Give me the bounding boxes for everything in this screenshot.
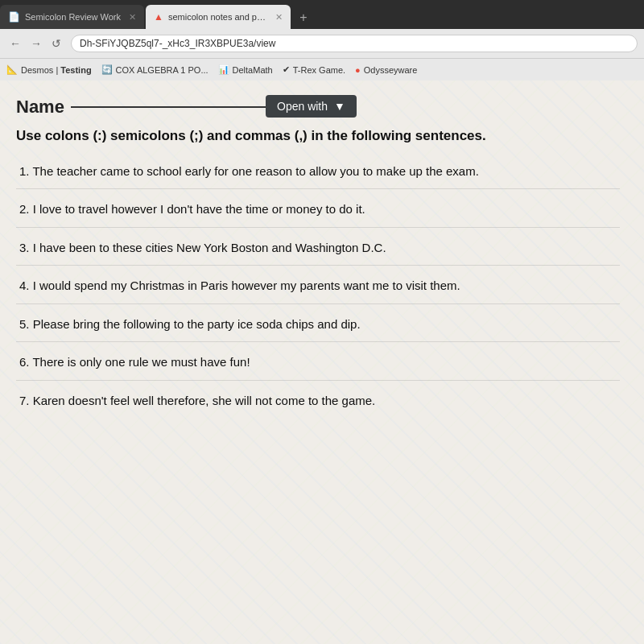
forward-button[interactable]: → xyxy=(27,35,45,52)
open-with-container: Open with ▼ xyxy=(266,95,357,118)
name-label: Name xyxy=(16,97,64,118)
tab-1-close[interactable]: ✕ xyxy=(129,12,136,23)
odysseyware-icon: ● xyxy=(355,65,361,75)
new-tab-button[interactable]: + xyxy=(292,6,315,29)
tab-2-title: semicolon notes and practice.p xyxy=(168,12,267,22)
question-7: 7. Karen doesn't feel well therefore, sh… xyxy=(16,392,620,411)
bookmark-odysseyware-label: Odysseyware xyxy=(364,65,418,75)
page-content: Name Open with ▼ Use colons (:) semicolo… xyxy=(0,80,644,644)
trex-icon: ✔ xyxy=(283,64,290,75)
tab-2[interactable]: ▲ semicolon notes and practice.p ✕ xyxy=(146,5,291,29)
bookmarks-bar: 📐 Desmos | Testing 🔄 COX ALGEBRA 1 PO...… xyxy=(0,58,644,80)
question-2: 2. I love to travel however I don't have… xyxy=(16,200,620,228)
tab-1-title: Semicolon Review Work xyxy=(25,12,121,22)
cox-icon: 🔄 xyxy=(101,64,113,75)
bookmark-odysseyware[interactable]: ● Odysseyware xyxy=(355,65,417,75)
question-4: 4. I would spend my Christmas in Paris h… xyxy=(16,277,620,304)
tab-1[interactable]: 📄 Semicolon Review Work ✕ xyxy=(0,5,144,29)
back-button[interactable]: ← xyxy=(6,35,24,52)
bookmark-cox-label: COX ALGEBRA 1 PO... xyxy=(116,65,208,75)
question-6: 6. There is only one rule we must have f… xyxy=(16,353,620,381)
bookmark-deltamath-label: DeltaMath xyxy=(233,65,273,75)
bookmark-trex-label: T-Rex Game. xyxy=(293,65,345,75)
address-bar: ← → ↺ Dh-SFiYJQBZ5ql7-_xHc3_IR3XBPUE3a/v… xyxy=(0,29,644,58)
open-with-label: Open with xyxy=(277,100,328,113)
tab-2-icon: ▲ xyxy=(154,11,163,23)
tab-bar: 📄 Semicolon Review Work ✕ ▲ semicolon no… xyxy=(0,0,644,29)
questions-list: 1. The teacher came to school early for … xyxy=(16,163,620,411)
question-3: 3. I have been to these cities New York … xyxy=(16,239,620,266)
question-1: 1. The teacher came to school early for … xyxy=(16,163,620,190)
instructions: Use colons (:) semicolons (;) and commas… xyxy=(16,126,620,147)
nav-buttons: ← → ↺ xyxy=(6,35,64,52)
browser-chrome: 📄 Semicolon Review Work ✕ ▲ semicolon no… xyxy=(0,0,644,80)
bookmark-deltamath[interactable]: 📊 DeltaMath xyxy=(218,64,273,75)
bookmark-trex[interactable]: ✔ T-Rex Game. xyxy=(283,64,345,75)
open-with-arrow-icon: ▼ xyxy=(334,100,345,113)
tab-2-close[interactable]: ✕ xyxy=(275,12,283,23)
tab-1-icon: 📄 xyxy=(8,11,20,23)
bookmark-cox[interactable]: 🔄 COX ALGEBRA 1 PO... xyxy=(101,64,208,75)
open-with-button[interactable]: Open with ▼ xyxy=(266,95,357,118)
bookmark-desmos[interactable]: 📐 Desmos | Testing xyxy=(6,64,92,75)
bookmark-desmos-label: Desmos | Testing xyxy=(21,65,92,75)
question-5: 5. Please bring the following to the par… xyxy=(16,316,620,343)
address-input[interactable]: Dh-SFiYJQBZ5ql7-_xHc3_IR3XBPUE3a/view xyxy=(71,35,638,52)
refresh-button[interactable]: ↺ xyxy=(48,35,64,52)
deltamath-icon: 📊 xyxy=(218,64,229,75)
desmos-icon: 📐 xyxy=(6,64,18,75)
